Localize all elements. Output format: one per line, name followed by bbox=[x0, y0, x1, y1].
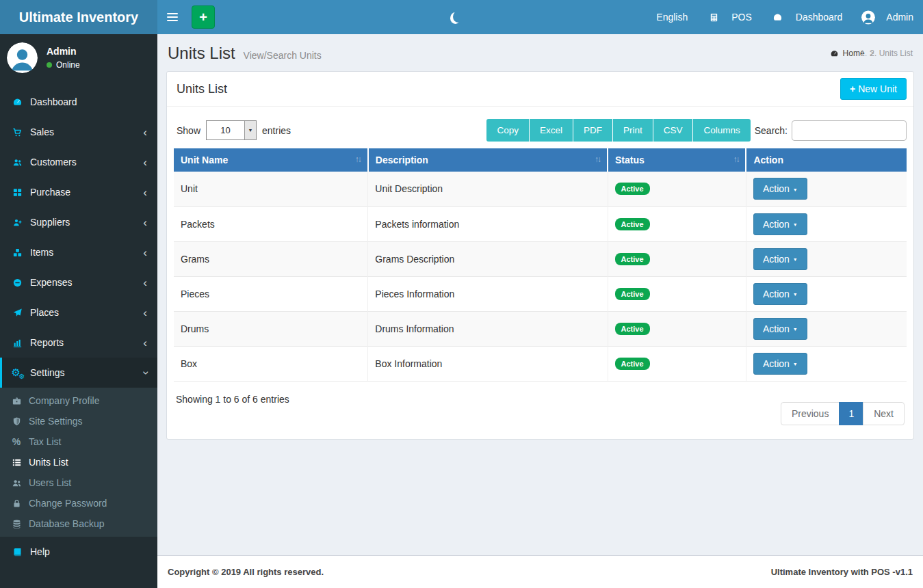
sidebar-item-users-list[interactable]: Users List bbox=[0, 472, 157, 493]
shield-icon bbox=[10, 416, 23, 427]
page-button-1[interactable]: 1 bbox=[839, 402, 863, 425]
navbar-item-admin[interactable]: Admin bbox=[852, 0, 923, 34]
sidebar-item-company-profile[interactable]: Company Profile bbox=[0, 390, 157, 411]
status-badge: Active bbox=[615, 358, 650, 370]
moon-icon[interactable] bbox=[453, 11, 463, 23]
page-length-select[interactable]: 10 ▼ bbox=[206, 120, 257, 140]
sidebar-item-places[interactable]: Places‹ bbox=[0, 297, 157, 328]
sidebar-item-label: Units List bbox=[29, 457, 68, 468]
quick-add-button[interactable]: + bbox=[192, 5, 215, 29]
table-row: GramsGrams DescriptionActiveAction▼ bbox=[174, 241, 907, 276]
new-unit-button[interactable]: +New Unit bbox=[840, 78, 907, 100]
sidebar-item-settings[interactable]: ⚙⚙Settings‹ bbox=[0, 358, 157, 388]
action-dropdown-button[interactable]: Action▼ bbox=[753, 318, 807, 340]
caret-down-icon: ▼ bbox=[793, 187, 798, 192]
sidebar-item-site-settings[interactable]: Site Settings bbox=[0, 411, 157, 431]
sidebar-toggle-button[interactable] bbox=[157, 0, 187, 34]
content-wrapper: Units List View/Search Units Home > Unit… bbox=[157, 0, 923, 588]
home-dashboard-icon bbox=[830, 49, 840, 58]
bar-chart-icon bbox=[10, 338, 24, 348]
export-excel-button[interactable]: Excel bbox=[529, 119, 573, 142]
status-badge: Active bbox=[615, 218, 650, 230]
show-label: Show bbox=[177, 125, 200, 136]
pagination: Previous1Next bbox=[781, 402, 905, 425]
sidebar-item-help[interactable]: Help bbox=[0, 537, 157, 567]
sidebar-item-purchase[interactable]: Purchase‹ bbox=[0, 177, 157, 207]
cell-unit-name: Packets bbox=[174, 206, 368, 241]
action-dropdown-button[interactable]: Action▼ bbox=[753, 248, 807, 270]
sidebar-item-units-list[interactable]: Units List bbox=[0, 452, 157, 472]
cell-unit-name: Unit bbox=[174, 172, 368, 206]
action-dropdown-button[interactable]: Action▼ bbox=[753, 178, 807, 200]
export-print-button[interactable]: Print bbox=[612, 119, 653, 142]
user-plus-icon bbox=[10, 217, 24, 228]
export-copy-button[interactable]: Copy bbox=[486, 119, 529, 142]
sort-icon: ↑↓ bbox=[355, 155, 361, 164]
export-csv-button[interactable]: CSV bbox=[653, 119, 693, 142]
sidebar-item-label: Customers bbox=[30, 157, 77, 168]
cell-status: Active bbox=[608, 311, 746, 346]
sidebar-item-database-backup[interactable]: Database Backup bbox=[0, 513, 157, 534]
user-panel: Admin Online bbox=[0, 34, 157, 81]
user-avatar bbox=[7, 42, 38, 73]
navbar-item-label: Dashboard bbox=[796, 12, 843, 23]
cell-description: Drums Information bbox=[368, 311, 608, 346]
cubes-icon bbox=[10, 248, 24, 258]
export-pdf-button[interactable]: PDF bbox=[573, 119, 612, 142]
export-columns-button[interactable]: Columns bbox=[692, 119, 750, 142]
sidebar-item-label: Site Settings bbox=[29, 416, 83, 427]
breadcrumb-home[interactable]: Home bbox=[830, 49, 865, 58]
sidebar-item-suppliers[interactable]: Suppliers‹ bbox=[0, 207, 157, 237]
panel-title: Units List bbox=[174, 82, 227, 96]
sidebar-item-label: Help bbox=[30, 546, 50, 557]
sidebar-item-customers[interactable]: Customers‹ bbox=[0, 147, 157, 177]
page-subtitle: View/Search Units bbox=[244, 50, 322, 61]
table-body: UnitUnit DescriptionActiveAction▼Packets… bbox=[174, 172, 907, 381]
units-list-panel: Units List +New Unit Show 10 ▼ entries C… bbox=[166, 71, 914, 440]
table-row: UnitUnit DescriptionActiveAction▼ bbox=[174, 172, 907, 206]
sidebar-item-label: Tax List bbox=[29, 436, 61, 447]
page-length-control: Show 10 ▼ entries bbox=[174, 120, 291, 140]
column-header-status[interactable]: Status↑↓ bbox=[608, 148, 746, 172]
entries-label: entries bbox=[262, 125, 291, 136]
table-row: PiecesPieces InformationActiveAction▼ bbox=[174, 276, 907, 311]
column-header-description[interactable]: Description↑↓ bbox=[368, 148, 608, 172]
list-icon bbox=[10, 457, 23, 468]
sidebar-item-label: Items bbox=[30, 247, 53, 258]
sidebar-item-sales[interactable]: Sales‹ bbox=[0, 117, 157, 147]
sort-icon: ↑↓ bbox=[733, 155, 738, 164]
content-header: Units List View/Search Units Home > Unit… bbox=[157, 34, 923, 71]
sidebar-item-label: Suppliers bbox=[30, 217, 70, 228]
search-input[interactable] bbox=[792, 120, 907, 141]
action-dropdown-button[interactable]: Action▼ bbox=[753, 213, 807, 235]
sidebar-item-expenses[interactable]: Expenses‹ bbox=[0, 267, 157, 297]
app-logo[interactable]: Ultimate Inventory bbox=[0, 0, 157, 34]
caret-down-icon: ▼ bbox=[793, 222, 798, 227]
sidebar-item-label: Database Backup bbox=[29, 518, 105, 529]
cell-action: Action▼ bbox=[746, 172, 907, 206]
sidebar-item-label: Purchase bbox=[30, 187, 70, 198]
navbar-item-pos[interactable]: POS bbox=[697, 0, 762, 34]
previous-page-button[interactable]: Previous bbox=[781, 402, 840, 425]
chevron-left-icon: ‹ bbox=[143, 217, 147, 228]
navbar-item-dashboard[interactable]: Dashboard bbox=[762, 0, 853, 34]
grid-icon bbox=[10, 187, 24, 198]
sidebar-item-items[interactable]: Items‹ bbox=[0, 237, 157, 267]
cell-status: Active bbox=[608, 346, 746, 381]
action-dropdown-button[interactable]: Action▼ bbox=[753, 353, 807, 375]
sidebar-item-change-password[interactable]: Change Password bbox=[0, 493, 157, 513]
minus-circle-icon bbox=[10, 278, 24, 288]
action-dropdown-button[interactable]: Action▼ bbox=[753, 283, 807, 305]
sidebar-item-label: Places bbox=[30, 307, 59, 318]
sidebar-item-label: Users List bbox=[29, 477, 71, 488]
navbar-item-english[interactable]: English bbox=[647, 0, 697, 34]
cell-status: Active bbox=[608, 172, 746, 206]
chevron-left-icon: ‹ bbox=[143, 157, 147, 168]
sidebar-item-dashboard[interactable]: Dashboard bbox=[0, 87, 157, 117]
column-header-unit-name[interactable]: Unit Name↑↓ bbox=[174, 148, 368, 172]
sidebar-item-tax-list[interactable]: %Tax List bbox=[0, 431, 157, 452]
next-page-button[interactable]: Next bbox=[863, 402, 905, 425]
sort-icon: ↑↓ bbox=[595, 155, 600, 164]
percent-icon: % bbox=[10, 437, 23, 446]
sidebar-item-reports[interactable]: Reports‹ bbox=[0, 328, 157, 358]
